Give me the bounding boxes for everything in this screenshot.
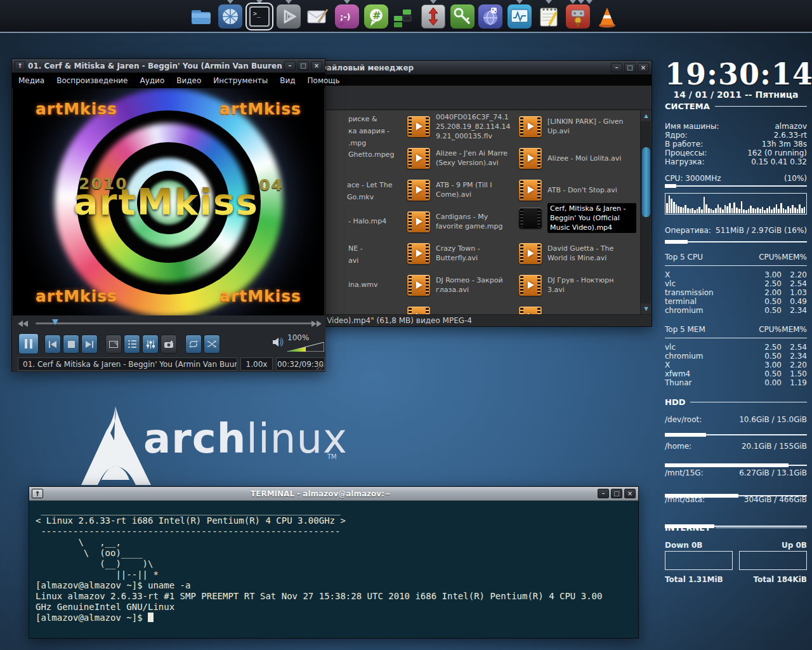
file-item[interactable]: ATB - Don't Stop.avi xyxy=(519,175,637,204)
file-label-fragment[interactable]: NE - avi xyxy=(348,242,363,267)
rollup-button[interactable]: ↑ xyxy=(32,489,43,498)
file-item[interactable]: David Guetta - The World is Mine.avi xyxy=(519,239,637,268)
sys-row: Процессы:162 (0 running) xyxy=(665,149,807,157)
file-item[interactable]: Alizee - J'en Ai Marre (Sexy Version).av… xyxy=(407,143,516,173)
vlc-title: 01. Cerf & Mitiska & Jaren - Beggin' You… xyxy=(28,62,282,70)
close-button[interactable]: × xyxy=(311,61,322,70)
mount-row: /mnt/15G:6.27GiB / 13.1GiB xyxy=(665,468,807,477)
stop-button[interactable] xyxy=(63,335,79,354)
fullscreen-button[interactable] xyxy=(105,335,122,354)
section-internet: INTERNET xyxy=(665,523,807,533)
minimize-button[interactable]: – xyxy=(611,63,622,72)
next-button[interactable] xyxy=(81,335,98,354)
seek-thumb[interactable] xyxy=(52,319,58,325)
file-label-fragment[interactable]: риске & ка авария - .mpg xyxy=(348,113,390,149)
transmission-icon[interactable] xyxy=(421,4,445,29)
system-load-icon[interactable] xyxy=(393,4,412,29)
file-item-partial[interactable] xyxy=(519,302,637,314)
maximize-button[interactable]: □ xyxy=(624,63,636,72)
system-monitor-icon[interactable] xyxy=(508,4,532,29)
fm-scrollbar-thumb[interactable] xyxy=(642,147,650,217)
maximize-button[interactable]: □ xyxy=(611,489,622,498)
window-indicator-icon xyxy=(285,0,292,4)
shuffle-button[interactable] xyxy=(204,335,220,354)
playlist-button[interactable] xyxy=(124,335,140,354)
file-item[interactable]: 0040FD016C3F_74.125.208.19_82.114.149.21… xyxy=(407,112,516,141)
sys-row: Нагрузка:0.15 0.41 0.32 xyxy=(665,157,807,166)
maximize-button[interactable]: □ xyxy=(298,61,309,70)
volume-percent: 100% xyxy=(287,333,309,342)
mail-icon[interactable] xyxy=(306,4,330,29)
minimize-button[interactable]: – xyxy=(598,489,609,498)
pause-button[interactable] xyxy=(18,333,39,354)
camera-icon xyxy=(164,341,173,348)
notes-icon[interactable] xyxy=(537,4,561,29)
file-item-partial[interactable] xyxy=(407,302,516,314)
proc-row: Thunar0.001.19 xyxy=(665,378,807,387)
messenger-icon[interactable]: ;-) xyxy=(335,4,359,29)
seek-forward-icon[interactable] xyxy=(311,321,322,327)
scroll-down-icon[interactable]: ▼ xyxy=(641,303,651,314)
seek-slider[interactable] xyxy=(36,322,315,324)
menu-help[interactable]: Помощь xyxy=(308,76,340,85)
video-file-icon xyxy=(407,116,430,137)
package-tools-icon[interactable] xyxy=(566,4,590,29)
terminal-titlebar[interactable]: ↑ TERMINAL - almazov@almazov:~ – □ × xyxy=(29,487,638,501)
video-file-icon xyxy=(407,180,430,201)
close-button[interactable]: × xyxy=(638,63,649,72)
seek-back-icon[interactable] xyxy=(18,321,28,327)
previous-icon xyxy=(48,341,57,348)
menu-media[interactable]: Медиа xyxy=(18,76,44,85)
file-item[interactable]: Alizee - Moi Lolita.avi xyxy=(519,143,637,173)
file-label-fragment[interactable]: - Halo.mp4 xyxy=(348,215,386,227)
close-button[interactable]: × xyxy=(624,489,636,498)
rollup-button[interactable]: ↑ xyxy=(15,61,25,70)
file-item-selected[interactable]: Cerf, Mitiska & Jaren - Beggin' You (Off… xyxy=(519,203,637,232)
playback-rate[interactable]: 1.00x xyxy=(240,357,273,371)
vlc-titlebar[interactable]: ↑ 01. Cerf & Mitiska & Jaren - Beggin' Y… xyxy=(12,59,325,73)
file-item[interactable]: Crazy Town - Butterfly.avi xyxy=(407,239,516,268)
net-labels: Down 0BUp 0B xyxy=(665,541,807,550)
menu-audio[interactable]: Аудио xyxy=(140,76,165,85)
file-manager-icon[interactable] xyxy=(189,4,213,29)
terminal-icon[interactable]: >_ xyxy=(247,4,272,29)
proc-row: chromium0.502.34 xyxy=(665,352,807,361)
previous-button[interactable] xyxy=(44,335,61,354)
menu-view[interactable]: Вид xyxy=(280,76,295,85)
irc-chat-icon[interactable]: # xyxy=(364,4,388,29)
network-globe-icon[interactable] xyxy=(478,4,502,29)
file-label-fragment[interactable]: ace - Let The Go.mkv xyxy=(347,179,393,203)
file-label-fragment[interactable]: ina.wmv xyxy=(348,279,378,291)
file-item[interactable]: DJ Romeo - Закрой глаза.avi xyxy=(407,270,516,300)
terminal-body[interactable]: ________________________________________… xyxy=(30,501,638,637)
file-item[interactable]: [LINKIN PARK] - Given Up.avi xyxy=(519,112,637,141)
shuffle-icon xyxy=(207,340,216,348)
proc-row: chromium0.502.34 xyxy=(665,306,807,315)
speaker-icon[interactable] xyxy=(273,337,284,347)
section-system: СИСТЕМА xyxy=(665,102,807,111)
file-item[interactable]: DJ Грув - Ноктюрн 3.avi xyxy=(519,270,637,300)
volume-slider[interactable] xyxy=(287,342,324,352)
fm-scrollbar[interactable]: ▲ ▼ xyxy=(640,110,651,314)
file-item[interactable]: Cardigans - My favorite game.mpg xyxy=(407,207,516,236)
equalizer-button[interactable] xyxy=(142,335,159,354)
next-icon xyxy=(85,341,94,348)
file-label-fragment[interactable]: Ghetto.mpeg xyxy=(348,149,394,161)
menu-video[interactable]: Видео xyxy=(176,76,201,85)
snapshot-button[interactable] xyxy=(160,335,177,354)
passwords-icon[interactable] xyxy=(450,4,475,29)
terminal-title: TERMINAL - almazov@almazov:~ xyxy=(46,489,596,498)
scroll-up-icon[interactable]: ▲ xyxy=(641,110,651,121)
vlc-video-area[interactable]: artMkiss artMkiss artMkiss artMkiss 2010… xyxy=(13,88,324,315)
vlc-cone-icon[interactable] xyxy=(595,4,619,29)
video-file-icon xyxy=(519,116,542,137)
minimize-button[interactable]: – xyxy=(284,61,296,70)
proc-row: xfwm40.501.50 xyxy=(665,369,807,378)
resize-grip[interactable] xyxy=(317,363,324,371)
loop-button[interactable] xyxy=(185,335,202,354)
media-player-icon[interactable] xyxy=(277,4,301,29)
menu-tools[interactable]: Инструменты xyxy=(213,76,268,85)
web-browser-icon[interactable] xyxy=(218,4,242,29)
menu-playback[interactable]: Воспроизведение xyxy=(56,76,128,85)
file-item[interactable]: ATB - 9 PM (Till I Come).avi xyxy=(407,175,516,204)
